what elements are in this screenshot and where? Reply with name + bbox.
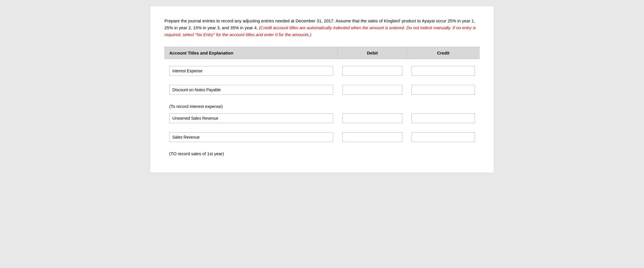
instructions-block: Prepare the journal entries to record an… bbox=[164, 18, 480, 38]
spacer-row bbox=[165, 59, 480, 64]
credit-input-4[interactable] bbox=[412, 132, 475, 142]
debit-input-3[interactable] bbox=[342, 113, 402, 123]
note-row: (TO record sales of 1st year) bbox=[165, 149, 480, 158]
spacer-row bbox=[165, 97, 480, 102]
credit-input-1[interactable] bbox=[412, 66, 475, 76]
account-input-3[interactable] bbox=[169, 113, 333, 123]
account-input-1[interactable] bbox=[169, 66, 333, 76]
credit-input-2[interactable] bbox=[412, 85, 475, 95]
debit-cell bbox=[338, 64, 407, 78]
journal-table: Account Titles and Explanation Debit Cre… bbox=[164, 47, 480, 158]
debit-cell bbox=[338, 111, 407, 125]
account-input-2[interactable] bbox=[169, 85, 333, 95]
table-header-row: Account Titles and Explanation Debit Cre… bbox=[165, 47, 480, 59]
credit-input-3[interactable] bbox=[412, 113, 475, 123]
account-cell bbox=[165, 130, 338, 144]
table-row bbox=[165, 130, 480, 144]
spacer-row bbox=[165, 125, 480, 130]
header-account: Account Titles and Explanation bbox=[165, 47, 338, 59]
note-text-1: (To record interest expense) bbox=[165, 102, 480, 111]
table-row bbox=[165, 83, 480, 97]
account-cell bbox=[165, 83, 338, 97]
note-text-2: (TO record sales of 1st year) bbox=[165, 149, 480, 158]
debit-input-2[interactable] bbox=[342, 85, 402, 95]
spacer-row bbox=[165, 144, 480, 149]
main-container: Prepare the journal entries to record an… bbox=[150, 6, 494, 173]
header-debit: Debit bbox=[338, 47, 407, 59]
table-row bbox=[165, 64, 480, 78]
credit-cell bbox=[407, 130, 479, 144]
debit-input-1[interactable] bbox=[342, 66, 402, 76]
debit-cell bbox=[338, 83, 407, 97]
table-row bbox=[165, 111, 480, 125]
spacer-row bbox=[165, 78, 480, 83]
account-input-4[interactable] bbox=[169, 132, 333, 142]
credit-cell bbox=[407, 83, 479, 97]
debit-input-4[interactable] bbox=[342, 132, 402, 142]
credit-cell bbox=[407, 111, 479, 125]
credit-cell bbox=[407, 64, 479, 78]
debit-cell bbox=[338, 130, 407, 144]
account-cell bbox=[165, 64, 338, 78]
account-cell bbox=[165, 111, 338, 125]
note-row: (To record interest expense) bbox=[165, 102, 480, 111]
header-credit: Credit bbox=[407, 47, 479, 59]
